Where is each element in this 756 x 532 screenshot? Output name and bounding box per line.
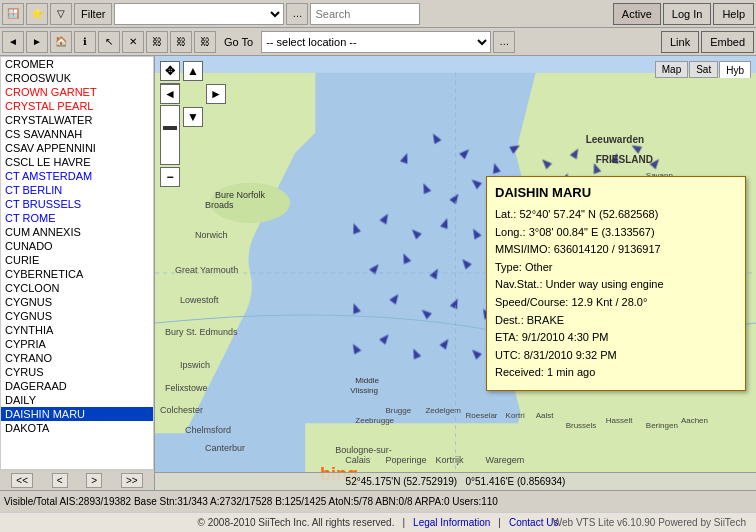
ship-utc: UTC: 8/31/2010 9:32 PM bbox=[495, 349, 617, 361]
tb2-icon-link2[interactable]: ⛓ bbox=[170, 31, 192, 53]
toolbar-icon-funnel[interactable]: ▽ bbox=[50, 3, 72, 25]
nav-prev-prev[interactable]: << bbox=[11, 473, 33, 488]
vessel-item[interactable]: CYCLOON bbox=[1, 281, 153, 295]
copyright-text: © 2008-2010 SiiTech Inc. All rights rese… bbox=[198, 517, 395, 528]
map-type-sat[interactable]: Sat bbox=[689, 61, 718, 78]
svg-text:Vlissing: Vlissing bbox=[350, 386, 378, 395]
move-icon[interactable]: ✥ bbox=[160, 61, 180, 81]
pan-up-button[interactable]: ▲ bbox=[183, 61, 203, 81]
vessel-item[interactable]: CUM ANNEXIS bbox=[1, 225, 153, 239]
nav-buttons: << < > >> bbox=[0, 470, 154, 490]
ship-info-popup: DAISHIN MARU Lat.: 52°40' 57.24" N (52.6… bbox=[486, 176, 746, 391]
vessel-item[interactable]: CSAV APPENNINI bbox=[1, 141, 153, 155]
svg-text:Bure Norfolk: Bure Norfolk bbox=[215, 190, 266, 200]
statusbar-text: Visible/Total AIS:2893/19382 Base Stn:31… bbox=[4, 496, 498, 507]
main-content: CROMERCROOSWUKCROWN GARNETCRYSTAL PEARLC… bbox=[0, 56, 756, 490]
vessel-item[interactable]: CYBERNETICA bbox=[1, 267, 153, 281]
tb2-icon-link3[interactable]: ⛓ bbox=[194, 31, 216, 53]
vessel-item[interactable]: CUNADO bbox=[1, 239, 153, 253]
vessel-item[interactable]: CROWN GARNET bbox=[1, 85, 153, 99]
ship-navstat: Nav.Stat.: Under way using engine bbox=[495, 278, 664, 290]
vessel-item[interactable]: CYPRIA bbox=[1, 337, 153, 351]
svg-text:Poperinge: Poperinge bbox=[385, 455, 426, 465]
svg-text:FRIESLAND: FRIESLAND bbox=[596, 154, 653, 165]
map-type-hyb[interactable]: Hyb bbox=[719, 61, 751, 78]
vessel-item[interactable]: CROMER bbox=[1, 57, 153, 71]
svg-text:Middle: Middle bbox=[355, 376, 379, 385]
pan-right-button[interactable]: ► bbox=[206, 84, 226, 104]
vessel-item[interactable]: CYRUS bbox=[1, 365, 153, 379]
vessel-item[interactable]: CYGNUS bbox=[1, 295, 153, 309]
ship-eta: ETA: 9/1/2010 4:30 PM bbox=[495, 331, 609, 343]
help-button[interactable]: Help bbox=[713, 3, 754, 25]
tb2-icon-back[interactable]: ◄ bbox=[2, 31, 24, 53]
ship-received: Received: 1 min ago bbox=[495, 366, 595, 378]
vessel-item[interactable]: CS SAVANNAH bbox=[1, 127, 153, 141]
zoom-slider[interactable] bbox=[160, 105, 180, 165]
vessel-item[interactable]: CRYSTAL PEARL bbox=[1, 99, 153, 113]
coordinates-bar: 52°45.175'N (52.752919) 0°51.416'E (0.85… bbox=[155, 472, 756, 490]
login-button[interactable]: Log In bbox=[663, 3, 712, 25]
vessel-item[interactable]: DAILY bbox=[1, 393, 153, 407]
tb2-icon-cross[interactable]: ✕ bbox=[122, 31, 144, 53]
vessel-item[interactable]: CYNTHIA bbox=[1, 323, 153, 337]
svg-text:Brussels: Brussels bbox=[566, 421, 597, 430]
vessel-item[interactable]: CRYSTALWATER bbox=[1, 113, 153, 127]
tb2-icon-forward[interactable]: ► bbox=[26, 31, 48, 53]
svg-text:Kortri: Kortri bbox=[506, 411, 525, 420]
toolbar-icon-star[interactable]: ⭐ bbox=[26, 3, 48, 25]
vessel-item[interactable]: CT BRUSSELS bbox=[1, 197, 153, 211]
svg-text:Leeuwarden: Leeuwarden bbox=[586, 134, 644, 145]
svg-text:Hasselt: Hasselt bbox=[606, 416, 633, 425]
ship-mmsi: MMSI/IMO: 636014120 / 9136917 bbox=[495, 243, 661, 255]
pan-left-button[interactable]: ◄ bbox=[160, 84, 180, 104]
map-container[interactable]: Bure Norfolk Broads Norwich Great Yarmou… bbox=[155, 56, 756, 490]
svg-text:Zedelgem: Zedelgem bbox=[425, 406, 461, 415]
footer: © 2008-2010 SiiTech Inc. All rights rese… bbox=[0, 512, 756, 532]
legal-link[interactable]: Legal Information bbox=[413, 517, 490, 528]
nav-next-next[interactable]: >> bbox=[121, 473, 143, 488]
svg-text:Aalst: Aalst bbox=[536, 411, 555, 420]
filter-btn[interactable]: … bbox=[286, 3, 308, 25]
search-input[interactable] bbox=[310, 3, 420, 25]
nav-next[interactable]: > bbox=[86, 473, 102, 488]
svg-text:Beringen: Beringen bbox=[646, 421, 678, 430]
pan-down-button[interactable]: ▼ bbox=[183, 107, 203, 127]
tb2-icon-link1[interactable]: ⛓ bbox=[146, 31, 168, 53]
map-type-map[interactable]: Map bbox=[655, 61, 688, 78]
embed-button[interactable]: Embed bbox=[701, 31, 754, 53]
nav-prev[interactable]: < bbox=[52, 473, 68, 488]
filter-select[interactable] bbox=[114, 3, 284, 25]
svg-text:Ipswich: Ipswich bbox=[180, 360, 210, 370]
vessel-item[interactable]: CT ROME bbox=[1, 211, 153, 225]
vessel-item[interactable]: CURIE bbox=[1, 253, 153, 267]
vessel-item[interactable]: CT BERLIN bbox=[1, 183, 153, 197]
map-type-buttons: Map Sat Hyb bbox=[655, 61, 751, 78]
svg-text:Zeebrugge: Zeebrugge bbox=[355, 416, 394, 425]
active-button[interactable]: Active bbox=[613, 3, 661, 25]
vessel-item[interactable]: CT AMSTERDAM bbox=[1, 169, 153, 183]
location-select[interactable]: -- select location -- bbox=[261, 31, 491, 53]
location-btn-more[interactable]: … bbox=[493, 31, 515, 53]
vessel-item[interactable]: CYRANO bbox=[1, 351, 153, 365]
contact-link[interactable]: Contact Us bbox=[509, 517, 558, 528]
vessel-item[interactable]: DAISHIN MARU bbox=[1, 407, 153, 421]
toolbar-icon-windows[interactable]: 🪟 bbox=[2, 3, 24, 25]
ship-type: Type: Other bbox=[495, 261, 552, 273]
vessel-item[interactable]: CYGNUS bbox=[1, 309, 153, 323]
vessel-item[interactable]: DAGERAAD bbox=[1, 379, 153, 393]
ship-speed: Speed/Course: 12.9 Knt / 28.0° bbox=[495, 296, 647, 308]
vessel-item[interactable]: CROOSWUK bbox=[1, 71, 153, 85]
tb2-icon-info[interactable]: ℹ bbox=[74, 31, 96, 53]
zoom-out-button[interactable]: − bbox=[160, 167, 180, 187]
tb2-icon-home[interactable]: 🏠 bbox=[50, 31, 72, 53]
link-button[interactable]: Link bbox=[661, 31, 699, 53]
svg-text:Roeselar: Roeselar bbox=[466, 411, 498, 420]
svg-text:Felixstowe: Felixstowe bbox=[165, 383, 208, 393]
filter-label: Filter bbox=[74, 3, 112, 25]
tb2-icon-cursor[interactable]: ↖ bbox=[98, 31, 120, 53]
vessel-list[interactable]: CROMERCROOSWUKCROWN GARNETCRYSTAL PEARLC… bbox=[0, 56, 154, 470]
vessel-item[interactable]: CSCL LE HAVRE bbox=[1, 155, 153, 169]
vessel-item[interactable]: DAKOTA bbox=[1, 421, 153, 435]
svg-text:Broads: Broads bbox=[205, 200, 234, 210]
